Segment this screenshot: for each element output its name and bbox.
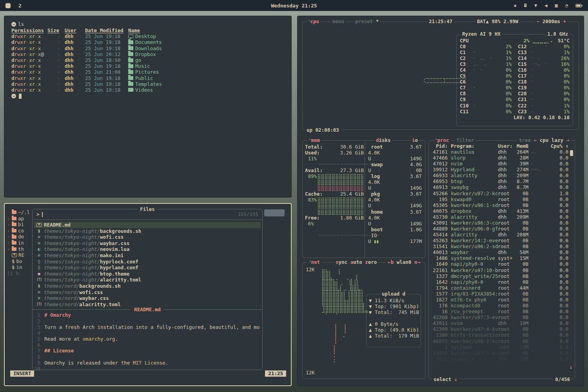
process-row[interactable]: 1827mt76-tx phy0root0B0.0 xyxy=(431,297,572,303)
core-list-right: C12 ⠂0%C13 ⠂1%C14 ⠂ ⠄26%C15⠐⠢⠄ ⠂16%C16 ⠂… xyxy=(515,44,573,114)
picker-file-row[interactable]: ≡themes/nord/waybar.css xyxy=(34,295,261,301)
folder-icon xyxy=(128,76,133,80)
process-row[interactable]: 1845pipewiredhh10M0.0 xyxy=(431,356,572,362)
disks-title[interactable]: disks xyxy=(374,137,392,143)
process-row[interactable]: 22161kworker/u97:10-broot0B0.0 xyxy=(431,267,572,273)
net-options[interactable]: sync auto zero xyxy=(334,259,378,265)
file-tree-item[interactable]: (1 h xyxy=(7,270,33,277)
process-row[interactable]: 1794containerdroot44M0.0 xyxy=(431,285,572,291)
file-tree-item[interactable]: ›de xyxy=(7,234,33,240)
file-tree-sidebar: ~/.l›ap›bi›co›de›in›thMRE$bo$in(1 h xyxy=(7,209,33,277)
toml-icon: [T] xyxy=(36,277,42,283)
proc-box-title[interactable]: ⁴proc xyxy=(434,137,451,143)
folder-icon xyxy=(128,46,133,50)
mem-box: ²mem Total:30.6 GiBUsed:3.26 GiB 11%⠒⠒⠒⠒… xyxy=(302,140,425,258)
select-footer[interactable]: select ↓ xyxy=(432,376,459,382)
cpu-box-title[interactable]: ¹cpu xyxy=(307,18,321,24)
process-row[interactable]: 45305kworker/u96:1-sdroot0B0.0 xyxy=(431,202,572,208)
process-row[interactable]: 47011nvimdhh10M0.0 xyxy=(431,320,572,326)
process-row[interactable]: 1486systemd-resolvesyst+15M0.0 xyxy=(431,255,572,261)
process-row[interactable]: 44889kworker/u96:0-gfroot0B0.0 xyxy=(431,226,572,232)
process-row[interactable]: 40013waybardhh58M0.0 xyxy=(431,249,572,255)
picker-file-row[interactable]: $themes/nord/backgrounds.sh xyxy=(34,283,261,289)
process-row[interactable]: 47012nvimdhh39M⠂0.0 xyxy=(431,161,572,167)
process-row[interactable]: 46913swaybgdhh8.7M0.0 xyxy=(431,184,572,190)
io-title[interactable]: io xyxy=(410,137,419,143)
net-option-sync[interactable]: sync xyxy=(336,259,347,265)
process-row[interactable]: 45263kworker/14:2-everoot0B⠂0.6 xyxy=(431,238,572,243)
process-row[interactable]: 1327dmcrypt_write/25root0B0.0 xyxy=(431,273,572,279)
process-row[interactable]: 176kcompactd0root0B0.0 xyxy=(431,303,572,309)
process-row[interactable]: 47466slurpdhh28M0.0 xyxy=(431,155,572,161)
process-row[interactable]: 1577irq/81-PIXA3854:root0B0.0 xyxy=(431,291,572,297)
file-name-cell: Desktop xyxy=(128,33,284,39)
proc-sort-controls[interactable]: tree ← cpu lazy → xyxy=(517,137,571,143)
net-option-zero[interactable]: zero xyxy=(365,259,377,265)
file-tree-item[interactable]: ~/.l xyxy=(7,209,33,216)
scroll-down-arrow[interactable]: ↓ xyxy=(569,364,572,370)
file-name-cell: Templates xyxy=(128,81,284,87)
process-row[interactable]: 45414alacrittydhh208M0.0 xyxy=(431,232,572,238)
filter-button[interactable]: filter xyxy=(455,137,475,143)
process-row[interactable]: 42208kworker/u97:3-evroot0B0.0 xyxy=(431,314,572,320)
net-box-title[interactable]: ³net xyxy=(307,259,321,265)
net-stat-row: ▼ Top: (901 Kibp) xyxy=(369,303,418,309)
process-row[interactable]: 47161nautilusdhh264M⠤⠄0.0 xyxy=(431,149,572,155)
core-row: C17 ⠂0% xyxy=(515,73,573,79)
process-row[interactable]: 46953btopdhh8.7M0.0 xyxy=(431,178,572,184)
process-row[interactable]: 40075dropboxdhh413M0.0 xyxy=(431,208,572,214)
file-tree-item[interactable]: ›th xyxy=(7,246,33,252)
picker-file-row[interactable]: ◊themes/tokyo-night/hyprlock.conf xyxy=(34,259,261,265)
file-tree-item[interactable]: ›bi xyxy=(7,221,33,228)
vim-mode-badge: INSERT xyxy=(10,370,34,377)
picker-file-row[interactable]: ●themes/tokyo-night/btop.theme xyxy=(34,271,261,277)
file-tree-item[interactable]: ›co xyxy=(7,228,33,234)
folder-icon xyxy=(12,229,16,232)
mem-box-title[interactable]: ²mem xyxy=(307,137,321,143)
terminal-window[interactable]: → ls PermissionsSizeUserDate ModifiedNam… xyxy=(4,16,292,198)
neovim-window[interactable]: ~/.l›ap›bi›co›de›in›thMRE$bo$in(1 h File… xyxy=(4,203,292,386)
process-row[interactable]: 45266kworker/u97:2-kcroot0B⠂1.0 xyxy=(431,191,572,196)
file-tree-item[interactable]: $bo xyxy=(7,258,33,265)
process-row[interactable]: 44956kworker/u97:1-kcroot0B0.0 xyxy=(431,350,572,356)
picker-file-row[interactable]: [T]themes/tokyo-night/alacritty.toml xyxy=(34,277,261,283)
process-row[interactable]: 43091kworker/u96:3-coroot0B0.0 xyxy=(431,220,572,226)
process-row[interactable]: 39912Hyprlanddhh274M⠒⠒⠄0.0 xyxy=(431,167,572,172)
file-tree-item[interactable]: ›ap xyxy=(7,216,33,222)
file-tree-item[interactable]: ›in xyxy=(7,240,33,246)
btop-window[interactable]: ¹cpu menu preset * 21:25:47 BAT▲ 98% 2.9… xyxy=(297,16,584,386)
net-option-auto[interactable]: auto xyxy=(350,259,362,265)
process-row[interactable]: 42309kworker/u97:4-kvroot0B0.0 xyxy=(431,326,572,332)
picker-file-row[interactable]: ◐themes/tokyo-night/neovim.lua xyxy=(34,246,261,252)
picker-file-row[interactable]: MREADME.md xyxy=(34,222,261,228)
process-row[interactable]: 1642napi/phy0-0root0B0.0 xyxy=(431,279,572,285)
process-row[interactable]: 46933alacrittydhh209M0.0 xyxy=(431,172,572,178)
process-row[interactable]: 195kswapd0root0B0.0 xyxy=(431,196,572,202)
process-row[interactable]: 1380btrfs-transactioroot0B0.0 xyxy=(431,332,572,338)
core-row: C20 ⠂0% xyxy=(515,91,573,96)
process-row[interactable]: 31541kworker/u96:2-sdroot0B0.0 xyxy=(431,243,572,249)
picker-file-row[interactable]: ≡themes/nord/wofi.css xyxy=(34,289,261,296)
net-stats-title: upload d xyxy=(380,291,407,297)
process-row[interactable]: 46072kworker/u98:2-kcroot0B0.0 xyxy=(431,338,572,344)
disk-row: 4.0K xyxy=(368,150,422,156)
picker-file-row[interactable]: ≡themes/tokyo-night/mako.ini xyxy=(34,252,261,259)
process-row[interactable]: 1640napi/phy0-0root0B0.0 xyxy=(431,261,572,267)
process-row[interactable]: 1systemdroot13M0.0 xyxy=(431,344,572,350)
picker-file-row[interactable]: ≡themes/tokyo-night/waybar.css xyxy=(34,240,261,247)
net-interface[interactable]: ←b wlan0 n→ xyxy=(386,259,422,265)
picker-file-row[interactable]: ◊themes/tokyo-night/hyprland.conf xyxy=(34,265,261,271)
battery-icon[interactable] xyxy=(575,4,582,7)
mem-row: ⣿⣿⣿⣿⣿⣿⣿⣿⣿⣿⣿⣿⣿ xyxy=(305,185,364,191)
process-row[interactable]: 45730alacrittydhh209M0.0 xyxy=(431,214,572,220)
preset-button[interactable]: preset * xyxy=(354,18,380,24)
file-tree-item[interactable]: MRE xyxy=(7,252,33,258)
file-tree-item[interactable]: $in xyxy=(7,264,33,270)
process-row[interactable]: 16rcu_preemptroot0B0.0 xyxy=(431,309,572,314)
proc-scrollbar[interactable] xyxy=(570,150,573,156)
picker-file-row[interactable]: ≡themes/tokyo-night/wofi.css xyxy=(34,234,261,240)
menu-button[interactable]: menu xyxy=(331,18,346,24)
update-interval[interactable]: − 2000ms + xyxy=(535,18,568,24)
picker-file-row[interactable]: $themes/tokyo-night/backgrounds.sh xyxy=(34,228,261,234)
core-row: C02% xyxy=(457,44,515,49)
